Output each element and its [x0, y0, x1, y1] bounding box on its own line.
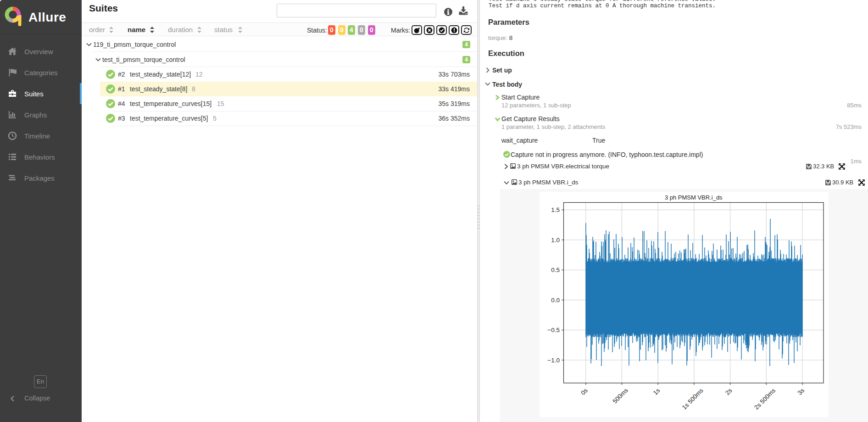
- svg-text:−0.5: −0.5: [547, 327, 560, 333]
- svg-text:1s 500ms: 1s 500ms: [681, 387, 705, 411]
- svg-text:0.5: 0.5: [551, 267, 560, 273]
- svg-text:1.5: 1.5: [551, 206, 560, 213]
- svg-text:2s: 2s: [724, 387, 734, 396]
- svg-text:3 ph PMSM VBR.i_ds: 3 ph PMSM VBR.i_ds: [665, 194, 723, 201]
- svg-text:−1.0: −1.0: [547, 357, 560, 364]
- svg-text:0.0: 0.0: [551, 297, 560, 304]
- svg-text:3s: 3s: [796, 387, 806, 396]
- svg-text:0s: 0s: [579, 387, 589, 396]
- svg-text:500ms: 500ms: [612, 387, 629, 405]
- svg-text:1s: 1s: [652, 387, 662, 396]
- svg-text:2s 500ms: 2s 500ms: [753, 387, 777, 411]
- svg-text:1.0: 1.0: [551, 237, 560, 244]
